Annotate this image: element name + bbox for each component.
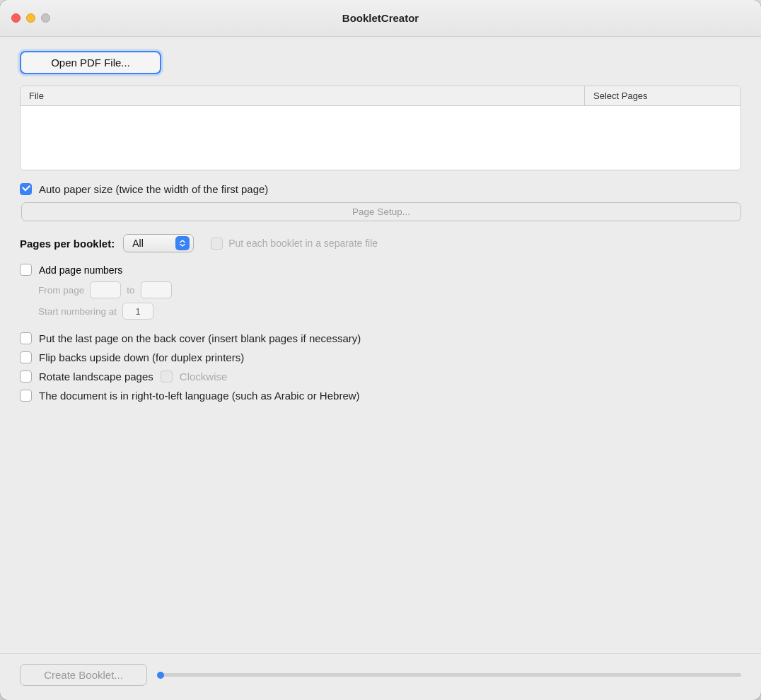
from-page-input[interactable] xyxy=(90,281,121,298)
add-page-numbers-checkbox[interactable] xyxy=(20,264,32,276)
last-page-back-cover-row: Put the last page on the back cover (ins… xyxy=(20,332,741,344)
title-bar: BookletCreator xyxy=(0,0,761,37)
create-booklet-button: Create Booklet... xyxy=(20,664,147,686)
page-setup-button: Page Setup... xyxy=(21,202,741,221)
zoom-button[interactable] xyxy=(41,13,50,23)
file-table-body xyxy=(21,106,740,170)
open-pdf-button[interactable]: Open PDF File... xyxy=(20,51,161,74)
right-to-left-checkbox[interactable] xyxy=(20,390,32,402)
pages-per-booklet-select[interactable]: All 4 8 12 16 20 24 28 32 xyxy=(123,234,194,252)
separate-file-row: Put each booklet in a separate file xyxy=(211,238,378,250)
clockwise-label: Clockwise xyxy=(180,371,228,383)
separate-file-checkbox[interactable] xyxy=(211,238,223,250)
flip-backs-checkbox[interactable] xyxy=(20,351,32,363)
flip-backs-row: Flip backs upside down (for duplex print… xyxy=(20,351,741,363)
last-page-back-cover-label: Put the last page on the back cover (ins… xyxy=(39,332,361,344)
progress-indicator xyxy=(157,672,164,679)
to-page-input[interactable] xyxy=(141,281,172,298)
rotate-landscape-label: Rotate landscape pages xyxy=(39,371,153,383)
window-title: BookletCreator xyxy=(342,12,419,24)
auto-paper-size-checkbox[interactable] xyxy=(20,183,32,195)
bottom-bar: Create Booklet... xyxy=(0,653,761,700)
main-window: BookletCreator Open PDF File... File Sel… xyxy=(0,0,761,700)
right-to-left-label: The document is in right-to-left languag… xyxy=(39,390,360,402)
auto-paper-size-label: Auto paper size (twice the width of the … xyxy=(39,183,268,195)
last-page-back-cover-checkbox[interactable] xyxy=(20,332,32,344)
add-page-numbers-label: Add page numbers xyxy=(39,264,122,276)
auto-paper-size-row: Auto paper size (twice the width of the … xyxy=(20,183,741,195)
col-select-pages-header: Select Pages xyxy=(585,86,740,105)
separate-file-label: Put each booklet in a separate file xyxy=(228,238,378,249)
from-to-row: From page to xyxy=(38,281,741,298)
main-content: Open PDF File... File Select Pages Auto … xyxy=(0,37,761,653)
traffic-lights xyxy=(11,13,50,23)
pages-per-booklet-label: Pages per booklet: xyxy=(20,238,115,250)
start-numbering-input[interactable] xyxy=(122,303,153,320)
start-numbering-row: Start numbering at xyxy=(38,303,741,320)
rotate-landscape-row: Rotate landscape pages Clockwise xyxy=(20,371,741,383)
pages-per-booklet-row: Pages per booklet: All 4 8 12 16 20 24 2… xyxy=(20,234,741,252)
from-page-label: From page xyxy=(38,285,84,296)
add-page-numbers-row: Add page numbers xyxy=(20,264,741,276)
close-button[interactable] xyxy=(11,13,21,23)
pages-per-booklet-select-wrapper: All 4 8 12 16 20 24 28 32 xyxy=(123,234,194,252)
file-table-header: File Select Pages xyxy=(21,86,740,106)
to-label: to xyxy=(127,285,134,296)
right-to-left-row: The document is in right-to-left languag… xyxy=(20,390,741,402)
minimize-button[interactable] xyxy=(26,13,35,23)
start-numbering-label: Start numbering at xyxy=(38,306,117,317)
flip-backs-label: Flip backs upside down (for duplex print… xyxy=(39,351,244,363)
clockwise-checkbox[interactable] xyxy=(161,371,173,383)
progress-bar xyxy=(157,673,741,677)
col-file-header: File xyxy=(21,86,585,105)
file-table: File Select Pages xyxy=(20,86,741,170)
rotate-landscape-checkbox[interactable] xyxy=(20,371,32,383)
